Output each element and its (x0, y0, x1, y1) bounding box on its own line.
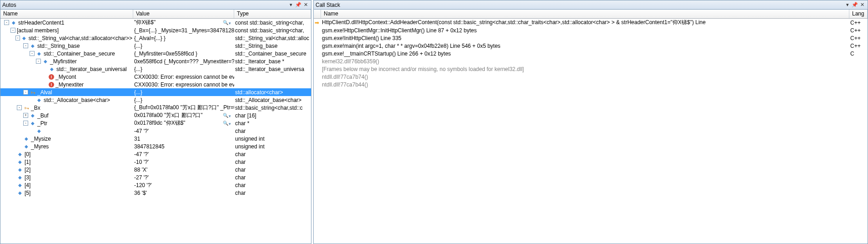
magnifier-icon[interactable] (222, 112, 229, 119)
autos-row[interactable]: -_Myfirstiter0xe558f6cd {_Mycont=??? _My… (0, 57, 311, 65)
visualizer-dropdown-icon[interactable] (229, 120, 233, 127)
autos-row[interactable]: [4]-120 '?'char (0, 181, 311, 189)
toggle-none (10, 159, 15, 164)
visualizer-dropdown-icon[interactable] (229, 20, 233, 26)
collapse-icon[interactable]: - (17, 105, 22, 110)
row-value-text: {_Myfirstiter=0xe558f6cd } (134, 51, 233, 57)
row-name-text: [0] (25, 151, 30, 158)
autos-row[interactable]: [3]-27 '?'char (0, 173, 311, 181)
magnifier-icon[interactable] (222, 120, 229, 127)
cell-type: char (234, 189, 311, 197)
dropdown-icon[interactable]: ▾ (287, 1, 295, 9)
cell-value[interactable]: {...} (133, 96, 234, 104)
callstack-row[interactable]: [Frames below may be incorrect and/or mi… (314, 65, 868, 73)
close-icon[interactable]: ✕ (858, 1, 866, 9)
cell-value[interactable]: -120 '?' (133, 181, 234, 189)
cell-value[interactable]: -47 '?' (133, 127, 234, 135)
autos-row[interactable]: [0]-47 '?'char (0, 150, 311, 158)
autos-row[interactable]: -std::_Container_base_secure{_Myfirstite… (0, 50, 311, 57)
collapse-icon[interactable]: - (10, 28, 15, 33)
cell-value[interactable]: 36 '$' (133, 189, 234, 197)
callstack-header[interactable]: Call Stack ▾ 📌 ✕ (314, 0, 868, 10)
autos-row[interactable]: _Mysize31unsigned int (0, 135, 311, 142)
cell-value[interactable]: {_Buf=0x0178fa00 "芳x口 酈口?口" _Ptr=0 (133, 104, 234, 112)
autos-header[interactable]: Autos ▾ 📌 ✕ (0, 0, 311, 10)
autos-row[interactable]: -_Ptr0x0178f9dc "仰X锑$"char * (0, 119, 311, 127)
cell-value[interactable]: {...} (133, 65, 234, 73)
col-stack-name[interactable]: Name (321, 10, 849, 18)
magnifier-icon[interactable] (222, 20, 229, 26)
cell-value[interactable]: {_Myfirstiter=0xe558f6cd } (133, 50, 234, 57)
autos-row[interactable]: [5]36 '$'char (0, 189, 311, 197)
cell-value[interactable]: {...} (133, 88, 234, 96)
cell-value[interactable]: {_Alval={...} } (133, 34, 234, 42)
callstack-row[interactable]: gsm.exe!InitHttpClient() Line 335C++ (314, 34, 868, 42)
cell-value[interactable]: 31 (133, 135, 234, 142)
pin-icon[interactable]: 📌 (851, 1, 858, 9)
collapse-icon[interactable]: - (30, 51, 35, 56)
dropdown-icon[interactable]: ▾ (844, 1, 851, 9)
autos-row[interactable]: -47 '?'char (0, 127, 311, 135)
cell-type: char (234, 158, 311, 166)
autos-row[interactable]: [2]88 'X'char (0, 166, 311, 173)
callstack-row[interactable]: gsm.exe!__tmainCRTStartup() Line 266 + 0… (314, 50, 868, 57)
col-name[interactable]: Name (0, 10, 133, 18)
pin-icon[interactable]: 📌 (295, 1, 302, 9)
callstack-columns: Name Lang (314, 10, 868, 19)
cell-value[interactable]: 3847812845 (133, 142, 234, 150)
collapse-icon[interactable]: - (4, 20, 9, 25)
collapse-icon[interactable]: - (23, 43, 28, 48)
row-value-text: 0xe558f6cd {_Mycont=??? _Mynextiter=?? (134, 58, 234, 65)
cell-value[interactable]: 0x0178fa00 "芳x口 酈口?口" (133, 112, 234, 119)
col-type[interactable]: Type (234, 10, 311, 18)
cell-value[interactable]: "仰X锑$" (133, 19, 234, 26)
cell-value[interactable]: CXX0030: Error: expression cannot be eva… (133, 81, 234, 88)
autos-row[interactable]: -[actual members]{_Bx={...} _Mysize=31 _… (0, 26, 311, 34)
row-name-text: [4] (25, 182, 30, 188)
callstack-row[interactable]: HttpClientD.dll!HttpContext::AddHeaderCo… (314, 19, 868, 26)
callstack-row[interactable]: gsm.exe!main(int argc=1, char * * argv=0… (314, 42, 868, 50)
autos-row[interactable]: _Myres3847812845unsigned int (0, 142, 311, 150)
collapse-icon[interactable]: - (36, 59, 41, 64)
callstack-row[interactable]: ntdll.dll!77ca7b74() (314, 73, 868, 81)
autos-row[interactable]: -_Alval{...}std::allocator<char> (0, 88, 311, 96)
autos-row[interactable]: [1]-10 '?'char (0, 158, 311, 166)
toggle-none (17, 144, 22, 149)
stack-lang-text (849, 65, 868, 73)
autos-row[interactable]: -_Bx{_Buf=0x0178fa00 "芳x口 酈口?口" _Ptr=0st… (0, 104, 311, 112)
row-value-text: "仰X锑$" (134, 19, 221, 26)
callstack-row[interactable]: kernel32.dll!76bb6359() (314, 57, 868, 65)
cell-name: _Mysize (0, 135, 133, 142)
col-stack-lang[interactable]: Lang (849, 10, 868, 18)
cell-value[interactable]: -10 '?' (133, 158, 234, 166)
collapse-icon[interactable]: - (23, 90, 28, 95)
col-value[interactable]: Value (133, 10, 234, 18)
collapse-icon[interactable]: - (15, 36, 20, 41)
collapse-icon[interactable]: - (23, 121, 28, 126)
cell-value[interactable]: {...} (133, 42, 234, 50)
cell-value[interactable]: 0xe558f6cd {_Mycont=??? _Mynextiter=?? (133, 57, 234, 65)
autos-row[interactable]: _MynextiterCXX0030: Error: expression ca… (0, 81, 311, 88)
visualizer-dropdown-icon[interactable] (229, 112, 233, 119)
close-icon[interactable]: ✕ (302, 1, 309, 9)
expand-icon[interactable]: + (23, 113, 28, 118)
cell-value[interactable]: CXX0030: Error: expression cannot be eva… (133, 73, 234, 81)
autos-row[interactable]: -strHeaderContent1"仰X锑$"const std::basic… (0, 19, 311, 26)
row-value-text: 0x0178fa00 "芳x口 酈口?口" (134, 112, 221, 119)
row-name-text: std::_String_base (37, 43, 80, 49)
autos-row[interactable]: std::_Allocator_base<char>{...}std::_All… (0, 96, 311, 104)
cell-name: std::_Allocator_base<char> (0, 96, 133, 104)
cell-value[interactable]: -47 '?' (133, 150, 234, 158)
cell-value[interactable]: -27 '?' (133, 173, 234, 181)
cell-value[interactable]: 0x0178f9dc "仰X锑$" (133, 119, 234, 127)
autos-row[interactable]: +_Buf0x0178fa00 "芳x口 酈口?口"char [16] (0, 112, 311, 119)
row-value-text: {_Buf=0x0178fa00 "芳x口 酈口?口" _Ptr=0 (134, 104, 234, 112)
callstack-row[interactable]: ntdll.dll!77ca7b44() (314, 81, 868, 88)
autos-row[interactable]: -std::_String_val<char,std::allocator<ch… (0, 34, 311, 42)
callstack-row[interactable]: gsm.exe!HttpClientMgr::InitHttpClientMgr… (314, 26, 868, 34)
autos-row[interactable]: -std::_String_base{...}std::_String_base (0, 42, 311, 50)
cell-value[interactable]: {_Bx={...} _Mysize=31 _Myres=38478128 (133, 26, 234, 34)
autos-row[interactable]: _MycontCXX0030: Error: expression cannot… (0, 73, 311, 81)
autos-row[interactable]: std::_Iterator_base_universal{...}std::_… (0, 65, 311, 73)
cell-value[interactable]: 88 'X' (133, 166, 234, 173)
